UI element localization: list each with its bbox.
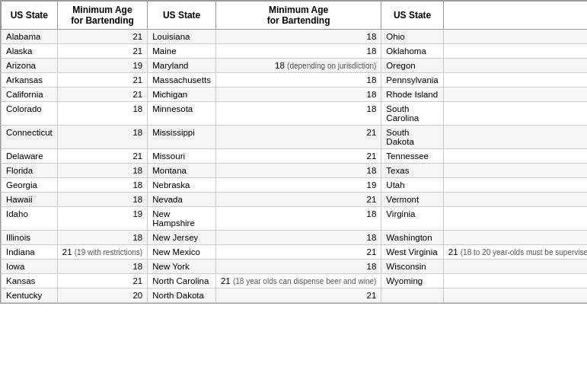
col1-age-header: Minimum Agefor Bartending [57,2,147,30]
table-row: Pennsylvania [381,73,443,88]
table-row: Oklahoma [381,44,443,59]
age-cell: 21 [57,274,147,288]
table-row: Wisconsin [381,260,443,274]
age-cell: 18 [443,164,587,178]
age-cell: 18 [215,102,381,126]
table-row: Vermont [381,193,443,207]
table-row: New York [148,260,216,274]
table-row: Illinois [2,231,58,245]
table-row: Indiana [2,245,58,260]
age-cell: 18 [215,260,381,274]
age-cell: 19 [57,207,147,231]
age-cell: 18 [215,231,381,245]
table-row: Oregon [381,59,443,73]
col2-age-header: Minimum Agefor Bartending [215,2,381,30]
age-cell: 21 [57,44,147,59]
age-cell: 21 [57,73,147,88]
col2-state-header: US State [148,2,216,30]
age-cell: 21 (19 with restrictions) [57,245,147,260]
age-cell: 18 [57,231,147,245]
table-row: Georgia [2,178,58,193]
age-cell: 21 [443,207,587,231]
table-row: Kansas [2,274,58,288]
table-row: Iowa [2,260,58,274]
age-cell: 21 (19 year olds can serve in venues for… [443,30,587,44]
table-row: Colorado [2,102,58,126]
age-cell: 18 [57,178,147,193]
age-cell: 21 [57,30,147,44]
table-row: South Carolina [381,102,443,126]
table-row: Delaware [2,149,58,164]
col3-age-header: Minimum Age forBartending [443,2,587,30]
age-cell: 21 [443,178,587,193]
col3-state-header: US State [381,2,443,30]
table-row: Alabama [2,30,58,44]
table-row: Montana [148,164,216,178]
age-cell: 18 [57,102,147,126]
table-row: Nevada [148,193,216,207]
age-cell: 21 [443,102,587,126]
table-row: Arkansas [2,73,58,88]
age-cell: 18 [443,44,587,59]
table-row: Hawaii [2,193,58,207]
table-row: Tennessee [381,149,443,164]
age-cell: 18 [57,126,147,149]
age-cell: 18 [215,44,381,59]
age-cell: 18 [443,260,587,274]
table-row: Massachusetts [148,73,216,88]
age-cell: 19 [57,59,147,73]
age-cell: 19 [215,178,381,193]
table-row: Arizona [2,59,58,73]
age-cell: 21 [215,149,381,164]
age-cell: 18 [443,193,587,207]
table-row: New Mexico [148,245,216,260]
table-row: Idaho [2,207,58,231]
table-row: North Dakota [148,288,216,303]
age-cell: 21 [57,88,147,102]
main-table-container: US State Minimum Agefor Bartending US St… [0,0,587,304]
age-cell: 21 [215,193,381,207]
age-cell: 21 (18 year olds can dispense beer and w… [215,274,381,288]
age-cell: 21 (18 to 20 year-olds must be supervise… [443,245,587,260]
table-row: New Jersey [148,231,216,245]
age-cell: 18 [57,260,147,274]
age-cell: 18 [215,207,381,231]
table-row: New Hampshire [148,207,216,231]
age-cell: 18 [215,73,381,88]
table-row: Florida [2,164,58,178]
table-row: Ohio [381,30,443,44]
table-row: Virginia [381,207,443,231]
table-row: Rhode Island [381,88,443,102]
age-cell: 18 (depending on jurisdiction) [215,59,381,73]
age-cell: 18 [215,164,381,178]
age-cell: 21 [443,231,587,245]
table-row: Texas [381,164,443,178]
age-cell: 18 [215,30,381,44]
table-row: Kentucky [2,288,58,303]
age-cell: 21 [215,288,381,303]
table-row: Washington [381,231,443,245]
table-row: Minnesota [148,102,216,126]
table-row: Nebraska [148,178,216,193]
table-row: Maryland [148,59,216,73]
table-row: Wyoming [381,274,443,288]
table-row: Connecticut [2,126,58,149]
table-row: Utah [381,178,443,193]
age-cell: 21 (18-20 with limits) [443,126,587,149]
table-row: North Carolina [148,274,216,288]
table-row: Alaska [2,44,58,59]
age-cell: 21 [215,245,381,260]
age-cell: 18 [57,164,147,178]
table-row [381,288,443,303]
col1-state-header: US State [2,2,58,30]
table-row: Mississippi [148,126,216,149]
age-cell: 18 [443,73,587,88]
age-cell: 21 [57,149,147,164]
age-cell: 21 [443,59,587,73]
age-cell [443,288,587,303]
table-row: West Virginia [381,245,443,260]
age-cell: 21 [215,126,381,149]
table-row: South Dakota [381,126,443,149]
bartending-age-table: US State Minimum Agefor Bartending US St… [1,1,587,303]
table-row: Missouri [148,149,216,164]
